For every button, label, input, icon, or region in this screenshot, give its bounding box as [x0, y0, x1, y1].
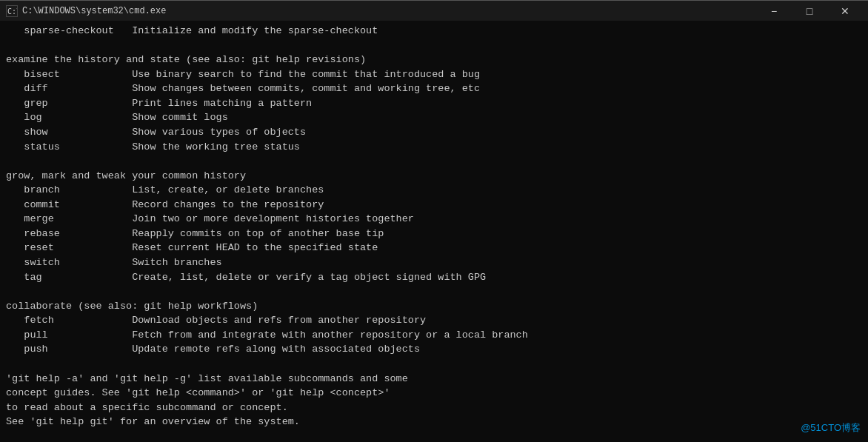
- svg-text:C:\: C:\: [7, 7, 17, 16]
- close-button[interactable]: ✕: [828, 1, 862, 21]
- window-title: C:\WINDOWS\system32\cmd.exe: [22, 6, 166, 16]
- watermark: @51CTO博客: [801, 421, 861, 435]
- minimize-button[interactable]: −: [757, 1, 791, 21]
- maximize-button[interactable]: □: [792, 1, 827, 21]
- cmd-icon: C:\: [6, 5, 18, 17]
- title-bar-left: C:\ C:\WINDOWS\system32\cmd.exe: [6, 5, 166, 17]
- terminal-output: sparse-checkout Initialize and modify th…: [0, 21, 868, 442]
- title-bar: C:\ C:\WINDOWS\system32\cmd.exe − □ ✕: [0, 0, 868, 21]
- window-controls: − □ ✕: [757, 1, 862, 21]
- cmd-window: C:\ C:\WINDOWS\system32\cmd.exe − □ ✕ sp…: [0, 0, 868, 442]
